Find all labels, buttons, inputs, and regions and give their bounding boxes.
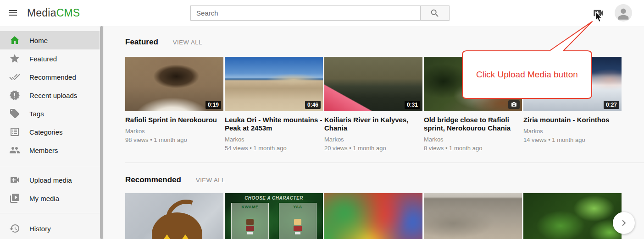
logo-media: Media [27, 7, 56, 19]
search-button[interactable] [421, 5, 450, 21]
sidebar-item-recommended[interactable]: Recommended [0, 68, 100, 86]
sidebar-item-label: History [29, 225, 51, 233]
character-sprite [246, 219, 254, 234]
recommended-row: CHOOSE A CHARACTER KWAME Selected YAA Se… [125, 193, 622, 239]
section-divider [125, 163, 644, 163]
media-title[interactable]: Ziria mountain - Korinthos [523, 116, 622, 124]
upload-media-icon [9, 174, 20, 185]
thumbnail-desert-mountains[interactable]: 0:46 [225, 57, 323, 111]
media-meta: 98 views • 1 month ago [125, 136, 223, 143]
logo[interactable]: MediaCMS [27, 0, 80, 26]
thumbnail-fountain-waterfall[interactable]: 0:19 [125, 57, 223, 111]
character-name: KWAME [232, 205, 268, 209]
media-card: CHOOSE A CHARACTER KWAME Selected YAA Se… [225, 193, 323, 239]
my-media-icon [9, 193, 20, 204]
thumbnail-color-gradient[interactable] [324, 193, 422, 239]
menu-icon[interactable] [7, 7, 19, 19]
sidebar-item-recent-uploads[interactable]: Recent uploads [0, 86, 100, 104]
sidebar-item-my-media[interactable]: My media [0, 189, 100, 207]
thumbnail-rocky-mountain[interactable] [424, 193, 522, 239]
sidebar-item-label: Featured [29, 55, 57, 63]
logo-cms: CMS [56, 7, 80, 19]
new-releases-icon [9, 90, 20, 101]
character-panel-left: KWAME Selected [231, 203, 269, 239]
character-name: YAA [279, 205, 316, 209]
scrollbar-thumb[interactable] [100, 26, 103, 239]
search-icon [430, 8, 440, 18]
camera-icon [511, 102, 517, 108]
media-meta: 8 views • 1 month ago [424, 145, 522, 152]
section-title: Featured [125, 38, 158, 47]
sidebar-item-label: Recent uploads [29, 92, 77, 99]
callout-text: Click Upload Media button [462, 51, 592, 98]
media-title[interactable]: Koiliaris River in Kalyves, Chania [324, 116, 422, 132]
sidebar-item-label: Tags [29, 110, 44, 118]
media-title[interactable]: Rafioli Sprint in Nerokourou [125, 116, 223, 124]
duration-badge: 0:46 [305, 101, 321, 109]
featured-view-all-link[interactable]: VIEW ALL [173, 39, 202, 46]
featured-section-header: Featured VIEW ALL [125, 38, 202, 47]
thumbnail-river-kayak[interactable]: 0:31 [324, 57, 422, 111]
sidebar-item-label: Categories [29, 128, 63, 136]
duration-badge: 0:19 [205, 101, 221, 109]
sidebar-item-label: My media [29, 195, 59, 202]
user-avatar[interactable] [615, 4, 632, 22]
sidebar-scrollbar [100, 26, 104, 239]
done-all-icon [9, 71, 20, 82]
sidebar-item-featured[interactable]: Featured [0, 49, 100, 68]
media-card [424, 193, 522, 239]
sidebar-item-label: Upload media [29, 176, 72, 184]
media-card: 0:46 Leuka Ori - White mountains - Peak … [225, 57, 323, 152]
sidebar-item-tags[interactable]: Tags [0, 104, 100, 123]
media-title[interactable]: Leuka Ori - White mountains - Peak at 24… [225, 116, 323, 132]
sidebar-divider [0, 166, 100, 166]
thumbnail-paper-pumpkin[interactable] [125, 193, 223, 239]
sidebar-item-label: Recommended [29, 73, 76, 81]
media-author: Markos [225, 136, 323, 143]
media-title[interactable]: Old bridge close to Rafioli sprint, Nero… [424, 116, 522, 132]
searchbar [190, 5, 450, 21]
photo-badge [508, 100, 520, 109]
media-meta: 14 views • 1 month ago [523, 136, 622, 143]
media-author: Markos [125, 128, 223, 135]
recommended-section-header: Recommended VIEW ALL [125, 175, 225, 185]
thumbnail-green-leaves[interactable] [523, 193, 622, 239]
media-meta: 54 views • 1 month ago [225, 145, 323, 152]
carousel-next-button[interactable] [613, 212, 635, 234]
sidebar-divider [0, 213, 100, 213]
pumpkin-eye [162, 234, 172, 239]
character-sprite [294, 219, 302, 234]
media-author: Markos [324, 136, 422, 143]
sidebar-item-history[interactable]: History [0, 219, 100, 238]
thumbnail-game-character-select[interactable]: CHOOSE A CHARACTER KWAME Selected YAA Se… [225, 193, 323, 239]
duration-badge: 0:27 [604, 101, 619, 109]
pumpkin-eye [180, 234, 190, 239]
tag-icon [9, 108, 20, 119]
sidebar-item-categories[interactable]: Categories [0, 123, 100, 141]
sidebar-item-members[interactable]: Members [0, 141, 100, 159]
sidebar-item-home[interactable]: Home [0, 31, 100, 49]
chevron-right-icon [618, 217, 630, 229]
search-input[interactable] [190, 5, 421, 21]
game-title-text: CHOOSE A CHARACTER [225, 196, 323, 201]
sidebar: Home Featured Recommended Recent uploads… [0, 26, 100, 239]
color-blob [324, 193, 422, 239]
upload-media-button[interactable] [592, 7, 605, 20]
sidebar-item-label: Members [29, 147, 58, 154]
media-card: 0:31 Koiliaris River in Kalyves, Chania … [324, 57, 422, 152]
media-card [523, 193, 622, 239]
media-author: Markos [523, 128, 622, 135]
members-icon [9, 145, 20, 156]
recommended-view-all-link[interactable]: VIEW ALL [196, 177, 225, 184]
media-card [125, 193, 223, 239]
mediacms-app: MediaCMS Home Featured Re [0, 0, 644, 239]
media-card: 0:19 Rafioli Sprint in Nerokourou Markos… [125, 57, 223, 152]
section-title: Recommended [125, 175, 181, 185]
character-panel-right: YAA Select [279, 203, 316, 239]
home-icon [9, 35, 20, 46]
media-meta: 20 views • 1 month ago [324, 145, 422, 152]
sidebar-item-upload-media[interactable]: Upload media [0, 171, 100, 189]
duration-badge: 0:31 [405, 101, 420, 109]
person-icon [616, 6, 631, 22]
media-author: Markos [424, 136, 522, 143]
